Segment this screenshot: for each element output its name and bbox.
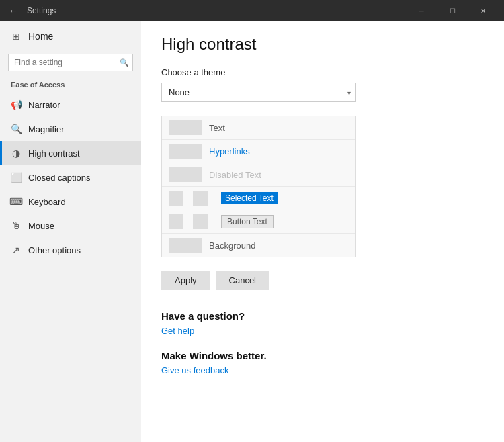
minimize-button[interactable]: ─ — [406, 0, 437, 21]
button-text-swatch1[interactable] — [169, 214, 183, 229]
high-contrast-icon: ◑ — [11, 148, 22, 159]
preview-button-label: Button Text — [221, 215, 274, 228]
sidebar-item-keyboard[interactable]: ⌨ Keyboard — [0, 189, 141, 214]
apply-button[interactable]: Apply — [161, 271, 210, 290]
selected-text-swatches — [169, 191, 214, 206]
sidebar-item-closed-captions[interactable]: ⬜ Closed captions — [0, 165, 141, 189]
window-controls: ─ ☐ ✕ — [406, 0, 499, 21]
narrator-label: Narrator — [28, 100, 60, 110]
narrator-icon: 📢 — [11, 99, 22, 110]
preview-disabled-label: Disabled Text — [209, 170, 261, 180]
preview-hyperlinks-label: Hyperlinks — [209, 146, 250, 157]
choose-theme-label: Choose a theme — [161, 67, 484, 77]
preview-row-background: Background — [162, 234, 355, 257]
disabled-text-swatch[interactable] — [169, 167, 202, 182]
back-button[interactable]: ← — [5, 3, 22, 19]
theme-dropdown-container: None High Contrast #1 High Contrast #2 H… — [161, 83, 356, 102]
feedback-section: Make Windows better. Give us feedback — [161, 350, 484, 376]
closed-captions-label: Closed captions — [28, 173, 91, 183]
help-section: Have a question? Get help — [161, 310, 484, 337]
preview-box: Text Hyperlinks Disabled Text Selected T… — [161, 116, 356, 257]
button-text-swatch2[interactable] — [193, 214, 208, 229]
preview-text-label: Text — [209, 123, 225, 133]
high-contrast-label: High contrast — [28, 148, 80, 159]
sidebar-search-container: 🔍 — [8, 54, 133, 71]
sidebar-item-mouse[interactable]: 🖱 Mouse — [0, 214, 141, 238]
theme-dropdown[interactable]: None High Contrast #1 High Contrast #2 H… — [161, 83, 356, 102]
keyboard-icon: ⌨ — [11, 196, 22, 207]
titlebar: ← Settings ─ ☐ ✕ — [0, 0, 504, 21]
content-area: High contrast Choose a theme None High C… — [141, 21, 504, 442]
selected-text-swatch2[interactable] — [193, 191, 208, 206]
cancel-button[interactable]: Cancel — [216, 271, 269, 290]
mouse-icon: 🖱 — [11, 220, 22, 231]
get-help-link[interactable]: Get help — [161, 326, 194, 336]
search-input[interactable] — [8, 54, 133, 71]
sidebar-item-narrator[interactable]: 📢 Narrator — [0, 93, 141, 117]
action-buttons: Apply Cancel — [161, 271, 484, 290]
background-swatch[interactable] — [169, 238, 202, 253]
page-title: High contrast — [161, 35, 484, 54]
button-text-swatches — [169, 214, 214, 229]
home-icon: ⊞ — [11, 31, 22, 42]
help-title: Have a question? — [161, 310, 484, 322]
magnifier-icon: 🔍 — [11, 124, 22, 134]
restore-button[interactable]: ☐ — [437, 0, 468, 21]
feedback-link[interactable]: Give us feedback — [161, 365, 228, 375]
preview-row-selected-text: Selected Text — [162, 187, 355, 210]
app-container: ⊞ Home 🔍 Ease of Access 📢 Narrator 🔍 Mag… — [0, 21, 504, 442]
search-icon: 🔍 — [120, 58, 129, 67]
closed-captions-icon: ⬜ — [11, 172, 22, 183]
preview-row-button-text: Button Text — [162, 210, 355, 234]
feedback-title: Make Windows better. — [161, 350, 484, 361]
close-button[interactable]: ✕ — [468, 0, 499, 21]
selected-text-swatch1[interactable] — [169, 191, 183, 206]
preview-row-disabled-text: Disabled Text — [162, 163, 355, 187]
preview-selected-label: Selected Text — [221, 192, 278, 204]
keyboard-label: Keyboard — [28, 197, 66, 207]
other-options-icon: ↗ — [11, 245, 22, 255]
sidebar: ⊞ Home 🔍 Ease of Access 📢 Narrator 🔍 Mag… — [0, 21, 141, 442]
sidebar-home[interactable]: ⊞ Home — [0, 21, 141, 51]
mouse-label: Mouse — [28, 221, 54, 231]
home-label: Home — [28, 31, 53, 42]
window-title: Settings — [27, 6, 401, 15]
sidebar-section-label: Ease of Access — [0, 78, 141, 93]
preview-background-label: Background — [209, 240, 255, 251]
text-swatch[interactable] — [169, 120, 202, 135]
sidebar-item-other-options[interactable]: ↗ Other options — [0, 238, 141, 262]
sidebar-item-high-contrast[interactable]: ◑ High contrast — [0, 141, 141, 165]
other-options-label: Other options — [28, 245, 81, 255]
magnifier-label: Magnifier — [28, 124, 64, 134]
preview-row-hyperlinks: Hyperlinks — [162, 140, 355, 163]
sidebar-item-magnifier[interactable]: 🔍 Magnifier — [0, 117, 141, 141]
preview-row-text: Text — [162, 116, 355, 140]
hyperlinks-swatch[interactable] — [169, 144, 202, 159]
